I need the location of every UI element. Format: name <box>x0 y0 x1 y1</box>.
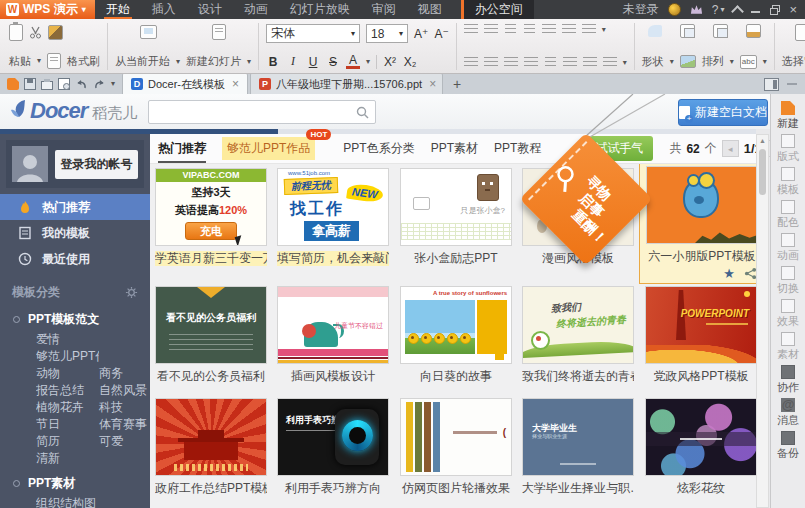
category-link[interactable]: 报告总结 <box>36 382 99 399</box>
superscript-button[interactable]: X² <box>383 55 397 69</box>
category-link[interactable]: 爱情 <box>36 331 99 348</box>
template-thumbnail[interactable] <box>645 398 757 476</box>
template-card[interactable]: 大学毕业生 择业与职业生涯 大学毕业生择业与职… <box>522 398 634 496</box>
align-right-icon[interactable] <box>504 57 518 69</box>
strikethrough-button[interactable]: S <box>326 55 340 69</box>
close-icon[interactable]: × <box>232 78 239 90</box>
rightbar-item-material[interactable]: 素材 <box>777 332 799 360</box>
new-tab-button[interactable]: + <box>445 76 469 92</box>
sidebar-item-hot[interactable]: 热门推荐 <box>0 194 150 220</box>
help-button[interactable]: ?▾ <box>712 3 725 17</box>
sidebar-item-my-templates[interactable]: 我的模板 <box>0 220 150 246</box>
category-link[interactable]: 可爱 <box>99 433 123 450</box>
template-thumbnail[interactable]: 儿童节不容错过 <box>277 286 389 364</box>
login-status[interactable]: 未登录 <box>623 1 659 18</box>
template-thumbnail[interactable] <box>646 166 758 244</box>
scrollbar-thumb[interactable] <box>759 149 766 195</box>
template-card[interactable]: ( 仿网页图片轮播效果 <box>400 398 512 496</box>
template-card[interactable]: VIPABC.COM 坚持3天 英语提高120% 充电 学英语月薪三千变一万 <box>155 168 267 266</box>
align-bottom-icon[interactable] <box>603 57 617 69</box>
new-slide-icon[interactable] <box>212 24 226 40</box>
filter-materials[interactable]: PPT素材 <box>431 140 478 157</box>
rightbar-item-new[interactable]: 新建 <box>777 101 799 129</box>
font-size-select[interactable]: 18▾ <box>366 24 408 43</box>
crown-icon[interactable] <box>690 4 703 15</box>
print-icon[interactable] <box>41 81 53 90</box>
tab-docer[interactable]: D Docer-在线模板 × <box>122 73 248 94</box>
increase-indent-icon[interactable] <box>524 24 535 36</box>
category-link[interactable]: 节日 <box>36 416 99 433</box>
template-card[interactable]: 看不见的公务员福利 看不见的公务员福利 <box>155 286 267 384</box>
content-scrollbar[interactable]: ▲ <box>756 134 769 508</box>
close-button[interactable]: × <box>789 3 797 16</box>
category-link[interactable]: 植物花卉 <box>36 399 99 416</box>
justify-icon[interactable] <box>524 57 538 69</box>
template-card[interactable]: 利用手表巧辨方向 利用手表巧辨方向 <box>277 398 389 496</box>
panel-icon[interactable] <box>764 78 779 91</box>
menu-review[interactable]: 审阅 <box>361 0 407 19</box>
group-ppt-materials[interactable]: PPT素材 <box>0 467 150 495</box>
app-menu-button[interactable]: W WPS 演示 ▾ <box>0 0 95 19</box>
tab-presentation[interactable]: P 八年级地理下册期...15706.ppt × <box>250 73 443 94</box>
category-link[interactable]: 组织结构图 <box>36 495 99 508</box>
category-link[interactable]: 简历 <box>36 433 99 450</box>
template-thumbnail[interactable]: 利用手表巧辨方向 <box>277 398 389 476</box>
menu-view[interactable]: 视图 <box>407 0 453 19</box>
rightbar-item-effect[interactable]: 效果 <box>777 299 799 327</box>
align-center-icon[interactable] <box>484 57 498 69</box>
print-preview-icon[interactable] <box>58 78 70 90</box>
filter-tutorials[interactable]: PPT教程 <box>494 140 541 157</box>
decrease-indent-icon[interactable] <box>505 24 516 36</box>
menu-office-space[interactable]: 办公空间 <box>461 0 534 19</box>
template-thumbnail[interactable]: POWERPOINT <box>645 286 757 364</box>
cut-icon[interactable] <box>29 26 42 39</box>
rightbar-item-animation[interactable]: 动画 <box>777 233 799 261</box>
rightbar-item-layout[interactable]: 版式 <box>777 134 799 162</box>
restore-button[interactable] <box>770 5 780 15</box>
line-spacing-icon[interactable] <box>542 24 556 36</box>
bullets-icon[interactable] <box>464 24 478 36</box>
template-card[interactable]: 政府工作总结PPT模板 <box>155 398 267 496</box>
text-direction-icon[interactable] <box>582 24 596 36</box>
gear-icon[interactable] <box>125 286 138 299</box>
align-left-icon[interactable] <box>464 57 478 69</box>
minimize-button[interactable] <box>751 5 761 14</box>
shrink-font-button[interactable]: A⁻ <box>434 27 448 41</box>
scroll-up-icon[interactable]: ▲ <box>757 135 768 147</box>
menu-slideshow[interactable]: 幻灯片放映 <box>279 0 361 19</box>
selection-pane-button[interactable]: 选择窗格 <box>782 54 805 69</box>
quick-new-icon[interactable] <box>7 78 19 90</box>
favorite-star-icon[interactable]: ★ <box>723 267 735 280</box>
paste-button[interactable]: 粘贴 <box>9 54 31 69</box>
close-icon[interactable]: × <box>429 78 436 90</box>
template-thumbnail[interactable]: 看不见的公务员福利 <box>155 286 267 364</box>
template-thumbnail[interactable] <box>155 398 267 476</box>
format-painter-button[interactable]: 格式刷 <box>67 54 100 69</box>
template-card[interactable]: POWERPOINT 党政风格PPT模板 <box>645 286 757 384</box>
undo-icon[interactable] <box>75 78 88 90</box>
category-link[interactable]: 动物 <box>36 365 99 382</box>
category-link[interactable]: 自然风景 <box>99 382 147 399</box>
numbering-icon[interactable] <box>484 24 498 36</box>
italic-button[interactable]: I <box>286 54 300 69</box>
menu-animation[interactable]: 动画 <box>233 0 279 19</box>
menu-design[interactable]: 设计 <box>187 0 233 19</box>
fill-color-icon[interactable] <box>746 24 761 38</box>
search-icon[interactable] <box>356 106 369 119</box>
rightbar-item-collaborate[interactable]: 协作 <box>777 365 799 393</box>
avatar[interactable] <box>12 146 48 182</box>
template-thumbnail[interactable]: 大学毕业生 择业与职业生涯 <box>522 398 634 476</box>
rightbar-item-color[interactable]: 配色 <box>777 200 799 228</box>
arrange-button[interactable]: 排列 <box>702 54 724 69</box>
brush-icon[interactable] <box>48 25 63 40</box>
paste-icon[interactable] <box>9 24 23 41</box>
template-thumbnail[interactable]: www.51job.com 前程无忧 找工作 拿高薪 NEW <box>277 168 389 246</box>
login-button[interactable]: 登录我的帐号 <box>55 150 138 179</box>
template-thumbnail[interactable]: ( <box>400 398 512 476</box>
shapes-button[interactable]: 形状 <box>642 54 664 69</box>
selection-pane-icon[interactable] <box>795 24 805 41</box>
bold-button[interactable]: B <box>266 55 280 69</box>
rightbar-item-backup[interactable]: 备份 <box>777 431 799 459</box>
filter-hot[interactable]: 热门推荐 <box>158 140 206 163</box>
coin-icon[interactable] <box>668 3 681 16</box>
